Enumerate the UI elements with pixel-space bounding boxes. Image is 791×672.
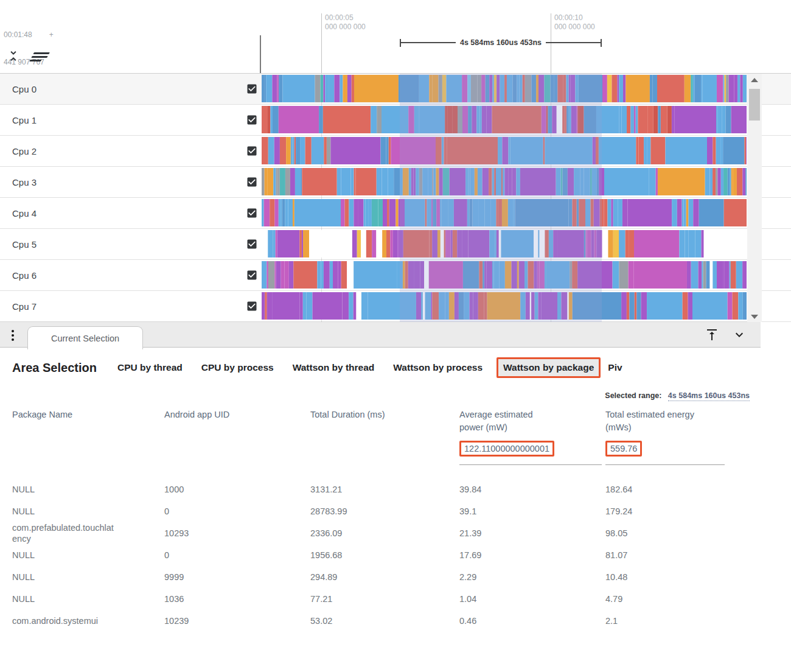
selected-range-value[interactable]: 4s 584ms 160us 453ns [668,391,750,401]
track-panel-resize-divider[interactable] [260,35,261,73]
table-cell: 2.29 [459,566,605,588]
selection-tab-wattson-by-thread[interactable]: Wattson by thread [293,362,375,373]
table-cell: 4.79 [605,588,750,610]
expand-panel-to-top-button[interactable] [705,327,719,342]
track-checkbox[interactable] [246,207,258,219]
range-marker-line [401,42,456,43]
column-header: Android app UID [164,408,310,434]
track-label: Cpu 0 [12,84,37,94]
cpu-track-row: Cpu 4 [0,198,791,229]
scrollbar-up-arrow-icon[interactable] [751,78,758,82]
track-checkbox[interactable] [246,269,258,281]
range-marker-right-cap [601,39,602,47]
range-marker-label: 4s 584ms 160us 453ns [456,38,546,47]
table-cell: com.prefabulated.touchlatency [12,522,117,544]
table-cell: NULL [12,588,117,610]
table-cell: 28783.99 [310,500,459,522]
cpu-track-row: Cpu 7 [0,291,791,322]
column-header: Package Name [12,408,164,434]
cpu-track-row: Cpu 2 [0,136,791,167]
collapse-tracks-button[interactable] [6,49,21,63]
selection-tab-cpu-by-thread[interactable]: CPU by thread [117,362,183,373]
track-label: Cpu 3 [12,177,37,187]
track-checkbox[interactable] [246,300,258,312]
arrow-up-to-line-icon [705,327,719,342]
table-cell: 21.39 [459,522,605,544]
table-cell: 294.89 [310,566,459,588]
tracks-vertical-scrollbar[interactable] [747,74,762,322]
cpu-track-row: Cpu 6 [0,260,791,291]
table-cell: 1956.68 [310,544,459,566]
tab-current-selection[interactable]: Current Selection [27,326,143,349]
selection-tab-wattson-by-process[interactable]: Wattson by process [393,362,483,373]
chevron-down-icon [732,327,747,342]
scrollbar-thumb[interactable] [749,89,760,121]
table-cell: 0 [164,500,310,522]
table-cell: 182.64 [605,478,750,500]
column-header: Total estimated energy (mWs) [605,408,711,434]
selection-tab-piv[interactable]: Piv [608,362,622,373]
timeline-ruler: 00:01:48+ 441 907 767 00:00:05 000 000 0… [0,0,791,73]
track-label: Cpu 7 [12,301,37,312]
table-cell: 81.07 [605,544,750,566]
panel-menu-button[interactable] [9,327,17,343]
table-cell: 0.46 [459,610,605,632]
cpu-track-row: Cpu 1 [0,105,791,136]
perfetto-trace-viewer: 00:01:48+ 441 907 767 00:00:05 000 000 0… [0,0,791,672]
table-cell: 98.05 [605,522,750,544]
collapse-panel-button[interactable] [732,327,747,342]
table-cell: 53.02 [310,610,459,632]
table-cell: 39.1 [459,500,605,522]
track-checkbox[interactable] [246,114,258,126]
table-cell: NULL [12,500,117,522]
selected-range-readout: Selected range: 4s 584ms 160us 453ns [12,391,750,400]
track-checkbox[interactable] [246,83,258,95]
tick-label: 00:00:10 000 000 000 [554,13,595,32]
track-checkbox[interactable] [246,176,258,188]
track-label: Cpu 2 [12,146,37,156]
track-checkbox[interactable] [246,145,258,157]
table-cell: 77.21 [310,588,459,610]
table-cell: NULL [12,478,117,500]
selected-range-marker: 4s 584ms 160us 453ns [400,38,602,47]
avg-power-total-value: 122.11000000000001 [459,441,554,457]
table-cell: 1000 [164,478,310,500]
area-selection-overlay[interactable] [400,74,602,322]
selection-tab-wattson-by-package[interactable]: Wattson by package [497,357,601,378]
track-checkbox[interactable] [246,238,258,250]
selection-tab-cpu-by-process[interactable]: CPU by process [201,362,274,373]
selected-range-label: Selected range: [605,391,661,400]
cpu-track-row: Cpu 3 [0,167,791,198]
table-cell: 1036 [164,588,310,610]
table-cell: 2336.09 [310,522,459,544]
table-cell: 0 [164,544,310,566]
table-cell: 39.84 [459,478,605,500]
kebab-menu-icon [12,330,14,341]
track-label: Cpu 5 [12,239,37,250]
scrollbar-down-arrow-icon[interactable] [751,315,758,319]
table-cell: com.android.systemui [12,610,117,632]
area-selection-header: Area Selection CPU by threadCPU by proce… [12,354,641,381]
track-label: Cpu 6 [12,270,37,281]
panel-title: Area Selection [12,361,97,375]
range-marker-line [546,42,601,43]
unfold-less-icon [6,49,21,63]
track-label: Cpu 1 [12,115,37,125]
tick-label: 00:00:05 000 000 000 [325,13,366,32]
bottom-panel-tab-strip: Current Selection [0,321,761,348]
table-cell: 10293 [164,522,310,544]
track-label: Cpu 4 [12,208,37,219]
cpu-track-row: Cpu 5 [0,229,791,260]
cpu-track-row: Cpu 0 [0,74,791,105]
table-cell: 3131.21 [310,478,459,500]
wattson-table-summary-row: 122.11000000000001 559.76 [12,441,750,473]
table-cell: 179.24 [605,500,750,522]
total-energy-total-value: 559.76 [605,441,642,457]
table-cell: NULL [12,544,117,566]
column-header: Average estimated power (mW) [459,408,551,434]
column-header: Total Duration (ms) [310,408,459,434]
wattson-table-rows: NULL10003131.2139.84182.64NULL028783.993… [12,478,750,632]
wattson-table-header: Package NameAndroid app UIDTotal Duratio… [12,408,750,434]
table-cell: 9999 [164,566,310,588]
table-cell: 17.69 [459,544,605,566]
